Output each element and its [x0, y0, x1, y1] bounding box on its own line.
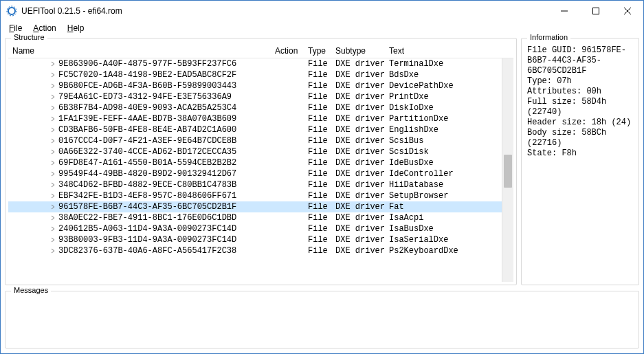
table-row[interactable]: 99549F44-49BB-4820-B9D2-901329412D67File… — [8, 168, 513, 179]
row-type: File — [304, 157, 331, 168]
row-text: DiskIoDxe — [385, 102, 513, 113]
row-type: File — [304, 212, 331, 223]
tree-rows[interactable]: 9E863906-A40F-4875-977F-5B93FF237FC6File… — [8, 58, 513, 282]
header-name[interactable]: Name — [8, 46, 271, 56]
structure-legend: Structure — [11, 33, 47, 41]
row-name: 79E4A61C-ED73-4312-94FE-E3E756336A9 — [58, 91, 232, 102]
row-name: CD3BAFB6-50FB-4FE8-8E4E-AB74D2C1A600 — [58, 124, 236, 135]
row-name: 99549F44-49BB-4820-B9D2-901329412D67 — [58, 168, 236, 179]
chevron-right-icon[interactable] — [49, 247, 56, 254]
close-button[interactable] — [612, 1, 643, 21]
chevron-right-icon[interactable] — [49, 192, 56, 199]
header-action[interactable]: Action — [271, 46, 304, 56]
row-text: SetupBrowser — [385, 190, 513, 201]
table-row[interactable]: 961578FE-B6B7-44C3-AF35-6BC705CD2B1FFile… — [8, 201, 513, 212]
table-row[interactable]: 1FA1F39E-FEFF-4AAE-BD7B-38A070A3B609File… — [8, 113, 513, 124]
table-row[interactable]: 9B680FCE-AD6B-4F3A-B60B-F59899003443File… — [8, 80, 513, 91]
chevron-right-icon[interactable] — [49, 137, 56, 144]
messages-legend: Messages — [11, 286, 51, 294]
row-subtype: DXE driver — [331, 113, 385, 124]
structure-panel: Structure Name Action Type Subtype Text … — [5, 38, 517, 285]
row-text: Fat — [385, 201, 513, 212]
messages-panel: Messages — [5, 291, 639, 349]
row-name: 9B680FCE-AD6B-4F3A-B60B-F59899003443 — [58, 80, 236, 91]
row-text: IsaBusDxe — [385, 223, 513, 234]
chevron-right-icon[interactable] — [49, 93, 56, 100]
header-text[interactable]: Text — [385, 46, 513, 56]
row-action — [271, 157, 304, 168]
row-text: BdsDxe — [385, 69, 513, 80]
table-row[interactable]: 348C4D62-BFBD-4882-9ECE-C80BB1C4783BFile… — [8, 179, 513, 190]
menu-help[interactable]: Help — [63, 22, 89, 34]
row-type: File — [304, 58, 331, 69]
row-subtype: DXE driver — [331, 69, 385, 80]
table-row[interactable]: 9E863906-A40F-4875-977F-5B93FF237FC6File… — [8, 58, 513, 69]
row-action — [271, 168, 304, 179]
chevron-right-icon[interactable] — [49, 236, 56, 243]
chevron-right-icon[interactable] — [49, 104, 56, 111]
row-type: File — [304, 69, 331, 80]
chevron-right-icon[interactable] — [49, 159, 56, 166]
chevron-right-icon[interactable] — [49, 203, 56, 210]
table-row[interactable]: 3DC82376-637B-40A6-A8FC-A565417F2C38File… — [8, 245, 513, 256]
chevron-right-icon[interactable] — [49, 115, 56, 122]
row-type: File — [304, 179, 331, 190]
table-row[interactable]: 240612B5-A063-11D4-9A3A-0090273FC14DFile… — [8, 223, 513, 234]
table-row[interactable]: 6B38F7B4-AD98-40E9-9093-ACA2B5A253C4File… — [8, 102, 513, 113]
scrollbar-thumb[interactable] — [504, 155, 512, 188]
row-name: 69FD8E47-A161-4550-B01A-5594CEB2B2B2 — [58, 157, 236, 168]
row-subtype: DXE driver — [331, 212, 385, 223]
chevron-right-icon[interactable] — [49, 170, 56, 177]
chevron-right-icon[interactable] — [49, 225, 56, 232]
row-action — [271, 190, 304, 201]
row-name: FC5C7020-1A48-4198-9BE2-EAD5ABC8CF2F — [58, 69, 236, 80]
maximize-button[interactable] — [580, 1, 612, 21]
header-subtype[interactable]: Subtype — [331, 46, 385, 56]
table-row[interactable]: 38A0EC22-FBE7-4911-8BC1-176E0D6C1DBDFile… — [8, 212, 513, 223]
chevron-right-icon[interactable] — [49, 214, 56, 221]
row-type: File — [304, 124, 331, 135]
row-text: PrintDxe — [385, 91, 513, 102]
information-body[interactable]: File GUID: 961578FE-B6B7-44C3-AF35-6BC70… — [524, 44, 636, 160]
table-row[interactable]: 0A66E322-3740-4CCE-AD62-BD172CECCA35File… — [8, 146, 513, 157]
chevron-right-icon[interactable] — [49, 126, 56, 133]
row-text: ScsiDisk — [385, 146, 513, 157]
row-subtype: DXE driver — [331, 146, 385, 157]
chevron-right-icon[interactable] — [49, 181, 56, 188]
table-row[interactable]: CD3BAFB6-50FB-4FE8-8E4E-AB74D2C1A600File… — [8, 124, 513, 135]
table-row[interactable]: 0167CCC4-D0F7-4F21-A3EF-9E64B7CDCE8BFile… — [8, 135, 513, 146]
chevron-right-icon[interactable] — [49, 71, 56, 78]
chevron-right-icon[interactable] — [49, 60, 56, 67]
messages-body[interactable] — [8, 297, 636, 345]
row-type: File — [304, 146, 331, 157]
row-subtype: DXE driver — [331, 190, 385, 201]
chevron-right-icon[interactable] — [49, 82, 56, 89]
table-row[interactable]: 69FD8E47-A161-4550-B01A-5594CEB2B2B2File… — [8, 157, 513, 168]
minimize-button[interactable] — [548, 1, 580, 21]
svg-rect-3 — [593, 8, 599, 14]
table-row[interactable]: 79E4A61C-ED73-4312-94FE-E3E756336A9FileD… — [8, 91, 513, 102]
chevron-right-icon[interactable] — [49, 148, 56, 155]
header-type[interactable]: Type — [304, 46, 331, 56]
table-row[interactable]: FC5C7020-1A48-4198-9BE2-EAD5ABC8CF2FFile… — [8, 69, 513, 80]
svg-point-0 — [8, 8, 15, 14]
row-subtype: DXE driver — [331, 58, 385, 69]
row-text: IdeController — [385, 168, 513, 179]
table-row[interactable]: EBF342FE-B1D3-4EF8-957C-8048606FF671File… — [8, 190, 513, 201]
row-subtype: DXE driver — [331, 201, 385, 212]
row-subtype: DXE driver — [331, 157, 385, 168]
vertical-scrollbar[interactable] — [502, 58, 513, 282]
row-name: 38A0EC22-FBE7-4911-8BC1-176E0D6C1DBD — [58, 212, 236, 223]
row-action — [271, 223, 304, 234]
row-text: IdeBusDxe — [385, 157, 513, 168]
row-action — [271, 245, 304, 256]
row-type: File — [304, 234, 331, 245]
row-action — [271, 179, 304, 190]
row-subtype: DXE driver — [331, 124, 385, 135]
row-name: 3DC82376-637B-40A6-A8FC-A565417F2C38 — [58, 245, 236, 256]
row-subtype: DXE driver — [331, 179, 385, 190]
tree-header[interactable]: Name Action Type Subtype Text — [8, 44, 513, 58]
row-text: HiiDatabase — [385, 179, 513, 190]
row-action — [271, 91, 304, 102]
table-row[interactable]: 93B80003-9FB3-11D4-9A3A-0090273FC14DFile… — [8, 234, 513, 245]
